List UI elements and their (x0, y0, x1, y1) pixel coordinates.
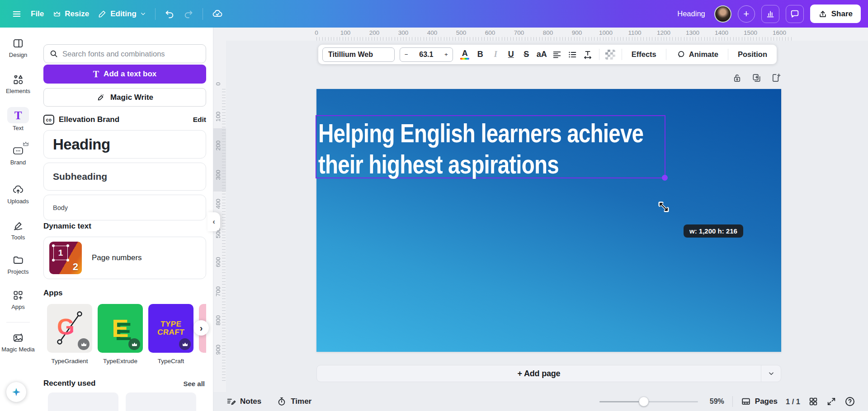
pro-crown-icon (179, 338, 191, 350)
add-page-button[interactable]: + Add page (317, 369, 761, 378)
heading-style-card[interactable]: Heading (43, 130, 206, 159)
crown-icon (53, 10, 61, 18)
font-size-increase-button[interactable]: + (444, 51, 448, 58)
apps-grid-icon (0, 289, 36, 302)
recent-item-tile[interactable] (48, 392, 118, 411)
lock-page-button[interactable] (732, 73, 742, 83)
font-size-value[interactable]: 63.1 (419, 51, 433, 59)
brand-edit-button[interactable]: Edit (193, 116, 206, 124)
bold-button[interactable]: B (473, 47, 487, 62)
h-ruler-label: 1200 (657, 29, 670, 36)
app-tile-typecraft[interactable]: TYPE CRAFT (148, 304, 193, 353)
resize-button[interactable]: Resize (48, 6, 94, 22)
apps-scroll-right-button[interactable]: › (193, 320, 209, 336)
sidebar-item-elements[interactable]: Elements (0, 73, 36, 94)
hamburger-menu-button[interactable] (7, 5, 26, 23)
letter-spacing-button[interactable] (581, 47, 595, 62)
strikethrough-button[interactable]: S (519, 47, 533, 62)
invite-members-button[interactable]: + (738, 5, 755, 23)
transparency-button[interactable] (604, 47, 618, 62)
notes-button[interactable]: Notes (226, 397, 261, 406)
comments-button[interactable] (786, 5, 804, 23)
chevron-down-icon (768, 370, 774, 377)
alignment-button[interactable] (550, 47, 564, 62)
redo-button[interactable] (179, 5, 198, 23)
zoom-value: 59% (706, 397, 724, 406)
canvas-heading-text[interactable]: Helping English learners achieve their h… (318, 117, 667, 180)
text-element-selection[interactable]: Helping English learners achieve their h… (316, 115, 665, 178)
zoom-slider-fill (599, 401, 644, 402)
undo-button[interactable] (160, 5, 179, 23)
see-all-button[interactable]: See all (183, 380, 205, 388)
file-menu-button[interactable]: File (26, 6, 48, 22)
plus-icon: + (743, 8, 749, 20)
help-button[interactable] (844, 396, 855, 407)
app-tile-typeextrude[interactable]: E (98, 304, 143, 353)
effects-button[interactable]: Effects (626, 50, 662, 59)
sidebar-item-apps[interactable]: Apps (0, 289, 36, 310)
position-button[interactable]: Position (732, 50, 773, 59)
pages-icon (741, 397, 751, 406)
page-actions (724, 73, 781, 83)
font-size-decrease-button[interactable]: − (405, 51, 408, 58)
recent-item-tile[interactable] (126, 392, 196, 411)
list-button[interactable] (566, 47, 580, 62)
h-ruler: 0100200300400500600700800900100011001200… (213, 28, 868, 41)
avatar[interactable] (714, 5, 731, 23)
resize-handle[interactable] (662, 175, 668, 181)
panel-collapse-button[interactable]: ‹ (208, 212, 220, 231)
add-page-icon-button[interactable] (771, 73, 781, 83)
sidebar-item-projects[interactable]: Projects (0, 253, 36, 275)
fullscreen-button[interactable] (826, 397, 836, 406)
status-bar: Notes Timer 59% Pages 1 / 1 (213, 392, 868, 411)
timer-button[interactable]: Timer (277, 397, 311, 406)
underline-button[interactable]: U (504, 47, 518, 62)
h-ruler-label: 200 (369, 29, 380, 36)
h-ruler-label: 1400 (715, 29, 728, 36)
assistant-button[interactable] (6, 382, 26, 402)
subheading-style-card[interactable]: Subheading (43, 163, 206, 191)
search-input[interactable] (62, 50, 200, 58)
magic-write-button[interactable]: Magic Write (43, 88, 206, 107)
canvas-page[interactable]: Helping English learners achieve their h… (316, 89, 781, 352)
h-ruler-ticks (316, 37, 794, 41)
search-icon (49, 49, 58, 58)
letter-spacing-icon (583, 50, 593, 60)
sidebar-item-text[interactable]: T Text (0, 107, 36, 131)
page-numbers-card[interactable]: 1 2 Page numbers (43, 237, 206, 279)
body-style-card[interactable]: Body (43, 195, 206, 220)
add-page-icon (771, 73, 781, 83)
cloud-save-status-button[interactable] (208, 5, 227, 23)
sidebar-item-brand[interactable]: Brand (0, 144, 36, 166)
v-ruler-label: 0 (215, 82, 222, 86)
v-ruler-label: 100 (215, 112, 222, 122)
grid-view-icon (808, 397, 818, 406)
undo-icon (165, 9, 175, 19)
font-family-selector[interactable]: Titillium Web (322, 47, 395, 62)
add-text-box-button[interactable]: T Add a text box (43, 65, 206, 84)
add-page-dropdown-button[interactable] (761, 365, 781, 382)
comment-bubble-icon (790, 9, 800, 19)
document-title[interactable]: Heading (677, 9, 705, 18)
duplicate-page-button[interactable] (751, 73, 762, 83)
text-color-button[interactable]: A (458, 47, 472, 62)
app-tile-typegradient[interactable]: G (47, 304, 92, 353)
grid-view-button[interactable] (808, 397, 818, 406)
insights-button[interactable] (761, 5, 779, 23)
animate-button[interactable]: Animate (670, 50, 724, 59)
zoom-slider-thumb[interactable] (639, 397, 649, 406)
italic-button[interactable]: I (489, 47, 503, 62)
sidebar-item-design[interactable]: Design (0, 37, 36, 58)
share-upload-icon (818, 9, 827, 19)
font-search-box[interactable] (43, 44, 206, 63)
sidebar-item-uploads[interactable]: Uploads (0, 183, 36, 205)
editing-mode-dropdown[interactable]: Editing (94, 6, 151, 22)
share-button[interactable]: Share (810, 5, 861, 23)
pages-button[interactable]: Pages (741, 397, 778, 406)
sidebar-item-magic-media[interactable]: Magic Media (0, 331, 36, 353)
statusbar-divider (732, 396, 733, 407)
zoom-slider[interactable] (599, 397, 698, 406)
sidebar-item-tools[interactable]: Tools (0, 219, 36, 241)
text-case-button[interactable]: aA (535, 47, 549, 62)
bullet-list-icon (567, 50, 577, 60)
